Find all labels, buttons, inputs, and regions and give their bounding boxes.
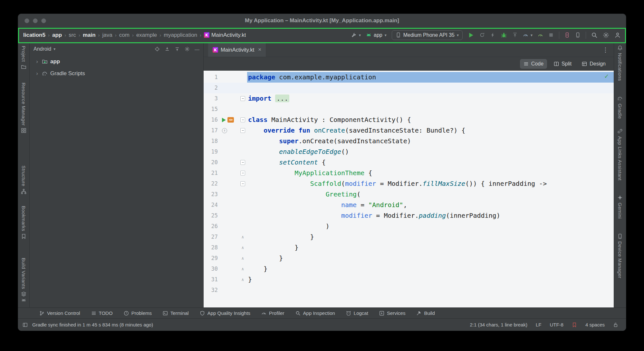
code-token [248,190,326,198]
overrides-method-icon[interactable]: ↑ [222,128,227,133]
tool-stripe-gemini[interactable]: Gemini [617,195,623,219]
close-button[interactable] [24,18,29,23]
tool-button-services[interactable]: Services [379,310,406,316]
tool-stripe-notifications[interactable]: Notifications [617,45,623,81]
fold-end-icon[interactable]: ∧ [242,232,244,242]
fold-end-icon[interactable]: ∧ [242,242,244,253]
fold-collapse-icon[interactable]: − [240,171,245,176]
breadcrumb-main[interactable]: main [83,32,96,38]
code-text: override fun onCreate(savedInstanceState… [247,125,614,136]
tool-button-app-inspection[interactable]: App Inspection [295,310,335,316]
file-encoding[interactable]: UTF-8 [550,322,563,327]
fold-collapse-icon[interactable]: − [240,160,245,165]
breadcrumb-app[interactable]: app [52,32,62,38]
indent-style[interactable]: 4 spaces [585,322,605,327]
line-number: 2 [204,83,219,93]
breadcrumb-com[interactable]: com [119,32,130,38]
tool-stripe-build-variants[interactable]: Build Variants [21,258,26,297]
line-ending[interactable]: LF [536,322,542,327]
build-tool-menu[interactable]: ▾ [351,32,361,38]
fold-collapse-icon[interactable]: − [240,128,245,133]
breadcrumb-myapplication[interactable]: myapplication [164,32,197,38]
tool-button-todo[interactable]: TODO [91,310,113,316]
code-text [247,83,614,93]
tool-stripe-device-manager[interactable]: Device Manager [617,234,623,278]
tab-mainactivity[interactable]: MainActivity.kt × [208,43,266,57]
tree-item-label: app [50,58,60,65]
lock-icon[interactable] [613,322,618,327]
fold-collapse-icon[interactable]: − [240,181,245,186]
tool-button-problems[interactable]: Problems [124,310,152,316]
breadcrumb-example[interactable]: example [136,32,157,38]
gutter-icons [219,93,238,104]
status-widget-icon[interactable] [572,322,577,327]
tool-button-logcat[interactable]: Logcat [346,310,368,316]
tool-stripe-structure[interactable]: Structure [21,165,26,194]
tool-stripe-app-links-assistant[interactable]: App Links Assistant [617,128,623,181]
profiler-button[interactable] [538,32,543,38]
search-button[interactable] [591,32,598,38]
sync-status-message[interactable]: Gradle sync finished in 1 m 45 s 834 ms … [32,322,153,327]
breadcrumb-java[interactable]: java [102,32,112,38]
apply-changes-button[interactable] [479,32,485,38]
profile-app-button[interactable]: ▾ [523,32,533,38]
expand-all-button[interactable] [165,46,170,52]
project-view-select[interactable]: Android ▾ [34,46,55,52]
fold-end-icon[interactable]: ∧ [242,274,244,285]
code-editor[interactable]: 1package com.example.myapplication23−imp… [204,71,614,307]
view-mode-design[interactable]: Design [578,59,609,69]
panel-settings-button[interactable] [185,46,190,52]
tool-button-terminal[interactable]: Terminal [163,310,189,316]
locate-file-button[interactable] [155,46,160,52]
layout-icon[interactable] [23,322,28,327]
minimize-button[interactable] [33,18,38,23]
tool-button-version-control[interactable]: Version Control [39,310,80,316]
settings-button[interactable] [603,32,609,38]
android-icon[interactable] [21,297,26,303]
breadcrumb-src[interactable]: src [69,32,76,38]
view-mode-code[interactable]: Code [520,59,547,69]
fold-end-icon[interactable]: ∧ [242,253,244,264]
tool-button-profiler[interactable]: Profiler [261,310,284,316]
project-tree-item-gradle-scripts[interactable]: ›Gradle Scripts [30,67,203,79]
view-mode-split[interactable]: Split [550,59,575,69]
tool-button-build[interactable]: Build [416,310,435,316]
tool-stripe-project[interactable]: Project [21,46,26,70]
zoom-button[interactable] [41,18,46,23]
attach-debugger-button[interactable] [512,32,518,38]
tool-stripe-gradle[interactable]: Gradle [617,96,623,119]
more-options-icon[interactable]: ⋮ [597,46,614,54]
code-line: 32 [204,285,614,296]
breadcrumb-lication5[interactable]: lication5 [23,32,45,38]
stop-button[interactable] [548,32,554,38]
close-icon[interactable]: × [258,46,261,53]
run-configuration-select[interactable]: app ▾ [366,32,387,38]
gutter-icons [219,146,238,157]
project-tree-item-app[interactable]: ›app [30,55,203,67]
run-button[interactable] [468,32,474,38]
apply-code-changes-button[interactable] [490,32,495,38]
code-token: { [364,169,372,177]
caret-position[interactable]: 2:1 (34 chars, 1 line break) [470,322,527,327]
fold-column [238,221,247,232]
hide-panel-button[interactable]: — [195,46,199,52]
tool-button-app-quality-insights[interactable]: App Quality Insights [200,310,250,316]
tool-stripe-resource-manager[interactable]: Resource Manager [21,83,26,134]
profile-avatar-button[interactable] [614,32,621,38]
code-line: 1package com.example.myapplication [204,72,614,83]
fold-collapse-icon[interactable]: − [240,117,245,122]
run-line-icon[interactable] [222,118,226,122]
inspections-ok-icon[interactable]: ✓ [604,72,609,80]
code-text: } [247,242,614,253]
device-manager-button[interactable] [575,32,581,38]
gutter-icons [219,242,238,253]
fold-end-icon[interactable]: ∧ [242,264,244,274]
debug-button[interactable] [501,32,507,38]
running-devices-button[interactable] [564,32,570,38]
breadcrumb-mainactivity-kt[interactable]: MainActivity.kt [204,32,246,38]
collapse-all-button[interactable] [175,46,180,52]
fold-collapse-icon[interactable]: − [240,96,245,101]
device-select[interactable]: Medium Phone API 35 ▾ [392,30,463,40]
tool-stripe-bookmarks[interactable]: Bookmarks [21,206,26,239]
compose-preview-icon[interactable]: <> [227,117,234,123]
